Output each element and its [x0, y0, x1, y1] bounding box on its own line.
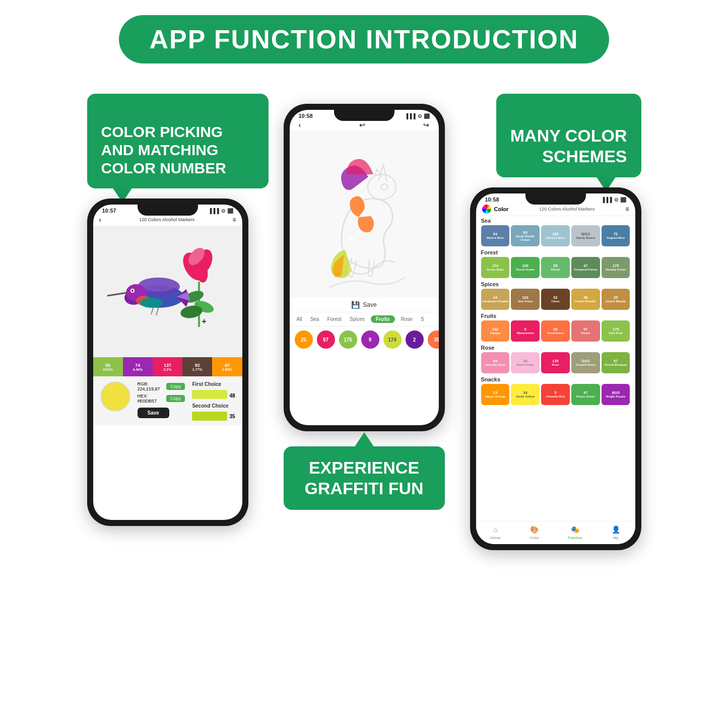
swatch-fruits-4[interactable]: 97Guava [571, 320, 600, 342]
save-button[interactable]: Save [138, 408, 169, 418]
swatch-snacks-3[interactable]: 5Cheerful Red [541, 384, 570, 405]
tab-forest[interactable]: Forest [325, 315, 343, 323]
color-dot-5[interactable]: 174 [383, 330, 402, 349]
phone1-title: 120 Colors Alcohol Markers [139, 217, 194, 222]
swatch-forest-4[interactable]: 47Toropical Forest [571, 257, 600, 278]
swatch-rose-4[interactable]: GG3Grayed Green [571, 352, 600, 373]
second-choice-label: Second Choice [192, 403, 235, 409]
my-icon: 👤 [611, 524, 621, 535]
swatch-sea-3[interactable]: 185Horizon Blue [541, 225, 570, 246]
header-title: APP FUNCTION INTRODUCTION [149, 25, 578, 54]
svg-point-17 [131, 290, 134, 292]
color-cell-1: 55 4.51% [93, 357, 123, 376]
swatch-spices-5[interactable]: 25Garam Masala [602, 289, 630, 310]
tab-fruits[interactable]: Fruits [371, 315, 395, 323]
swatch-rose-5[interactable]: 97Forest Bouquet [602, 352, 630, 373]
phone3-screen: 10:58 ▐▐▐ ⊙ ⬛ Color 120 Colors Alcohol M… [476, 193, 635, 544]
swatch-snacks-1[interactable]: 23Happy Orange [481, 384, 510, 405]
swatch-snacks-5[interactable]: BG5Bright Purple [602, 384, 630, 405]
swatch-rose-2[interactable]: 28Rose Petals [511, 352, 540, 373]
fruits-section: Fruits 142Papaya 9Watermelon 26Persimmon… [476, 311, 635, 343]
fruits-title: Fruits [481, 313, 630, 319]
swatch-sea-5[interactable]: 72Aegean Blue [602, 225, 630, 246]
swatch-snacks-4[interactable]: 47Peace Green [571, 384, 600, 405]
nav-color[interactable]: 🎨 Color [530, 524, 540, 540]
color-dot-1[interactable]: 26 [295, 330, 313, 349]
first-choice-num: 48 [229, 393, 235, 399]
spices-section: Spices 44Cardamon Powder 102Star Anise 9… [476, 280, 635, 311]
phone1-notch [138, 205, 198, 216]
tab-s[interactable]: S [419, 315, 426, 323]
header-badge: APP FUNCTION INTRODUCTION [119, 15, 609, 63]
save-label[interactable]: Save [363, 301, 376, 308]
color-dot-6[interactable]: 2 [406, 330, 424, 349]
color-dot-2[interactable]: 97 [317, 330, 335, 349]
swatch-forest-1[interactable]: 174Green Glow [481, 257, 510, 278]
second-choice-marker [192, 412, 227, 421]
center-column: 10:58 ▐▐▐ ⊙ ⬛ ‹ ↩ ↪ [284, 74, 445, 510]
nav-my[interactable]: 👤 My [611, 524, 621, 540]
redo-icon[interactable]: ↪ [423, 121, 429, 129]
undo-icon[interactable]: ↩ [359, 121, 365, 129]
color-icon: 🎨 [530, 524, 540, 535]
phone2-tabs: All Sea Forest Spices Fruits Rose S [290, 312, 439, 326]
rgb-label: RGB: 224,219,87 [138, 381, 164, 391]
swatch-fruits-5[interactable]: 175Kiwi Fruit [602, 320, 630, 342]
swatch-forest-5[interactable]: 175Swamp Green [602, 257, 630, 278]
sea-title: Sea [481, 218, 630, 224]
svg-point-21 [140, 298, 162, 308]
rgb-row: RGB: 224,219,87 Copy [138, 381, 185, 391]
copy-rgb-button[interactable]: Copy [166, 383, 185, 390]
phone3-color-label: Color [494, 206, 509, 212]
back-icon[interactable]: ‹ [299, 121, 301, 129]
spices-swatches: 44Cardamon Powder 102Star Anise 92Clove … [481, 289, 630, 310]
swatch-spices-4[interactable]: 36Cumin Powder [571, 289, 600, 310]
copy-hex-button[interactable]: Copy [166, 395, 185, 402]
phone1-time: 10:57 [102, 208, 116, 214]
color-dot-3[interactable]: 175 [339, 330, 357, 349]
swatch-fruits-2[interactable]: 9Watermelon [511, 320, 540, 342]
graffiti-callout-wrapper: EXPERIENCEGRAFFITI FUN [284, 446, 445, 510]
phone2-status-icons: ▐▐▐ ⊙ ⬛ [405, 113, 429, 119]
phone3-time: 10:58 [485, 196, 499, 203]
swatch-snacks-2[interactable]: 34Smile Yellow [511, 384, 540, 405]
swatch-spices-1[interactable]: 44Cardamon Powder [481, 289, 510, 310]
nav-palettes[interactable]: 🎭 Palettes [568, 524, 582, 540]
color-cell-2: 74 4.44% [123, 357, 153, 376]
swatch-spices-2[interactable]: 102Star Anise [511, 289, 540, 310]
swatch-sea-4[interactable]: WG3Sandy Beach [571, 225, 600, 246]
phone2-time: 10:58 [299, 113, 313, 119]
swatch-forest-2[interactable]: 100Parrot Green [511, 257, 540, 278]
swatch-rose-3[interactable]: 135Rose [541, 352, 570, 373]
left-callout: COLOR PICKING AND MATCHING COLOR NUMBER [87, 94, 269, 188]
swatch-fruits-3[interactable]: 26Persimmon [541, 320, 570, 342]
phone1-color-info: RGB: 224,219,87 Copy HEX: #E0DB57 Copy S… [93, 376, 242, 426]
tab-all[interactable]: All [295, 315, 304, 323]
palettes-icon: 🎭 [570, 524, 580, 535]
nav-home[interactable]: ⌂ Home [490, 524, 501, 540]
pony-svg: ★ ★ ★ [304, 137, 425, 293]
spices-title: Spices [481, 281, 630, 287]
swatch-spices-3[interactable]: 92Clove [541, 289, 570, 310]
swatch-forest-3[interactable]: 55Parrot [541, 257, 570, 278]
page-header: APP FUNCTION INTRODUCTION [0, 0, 728, 74]
snacks-section: Snacks 23Happy Orange 34Smile Yellow 5Ch… [476, 375, 635, 407]
first-choice-marker [192, 390, 227, 399]
second-choice-num: 35 [229, 414, 235, 419]
color-dot-7[interactable]: 35 [428, 330, 439, 349]
swatch-rose-1[interactable]: 84Damask Rose [481, 352, 510, 373]
tab-rose[interactable]: Rose [399, 315, 415, 323]
forest-section: Forest 174Green Glow 100Parrot Green 55P… [476, 248, 635, 280]
swatch-sea-2[interactable]: 63South Pacific Ocean [511, 225, 540, 246]
sea-section: Sea 64Marine Blue 63South Pacific Ocean … [476, 216, 635, 248]
forest-swatches: 174Green Glow 100Parrot Green 55Parrot 4… [481, 257, 630, 278]
tab-spices[interactable]: Spices [348, 315, 367, 323]
svg-point-26 [381, 184, 388, 190]
color-dot-4[interactable]: 9 [361, 330, 379, 349]
swatch-sea-1[interactable]: 64Marine Blue [481, 225, 510, 246]
snacks-title: Snacks [481, 376, 630, 382]
swatch-fruits-1[interactable]: 142Papaya [481, 320, 510, 342]
phone2-color-row: 26 97 175 9 174 2 35 [290, 326, 439, 353]
left-column: COLOR PICKING AND MATCHING COLOR NUMBER … [87, 74, 269, 526]
tab-sea[interactable]: Sea [308, 315, 321, 323]
